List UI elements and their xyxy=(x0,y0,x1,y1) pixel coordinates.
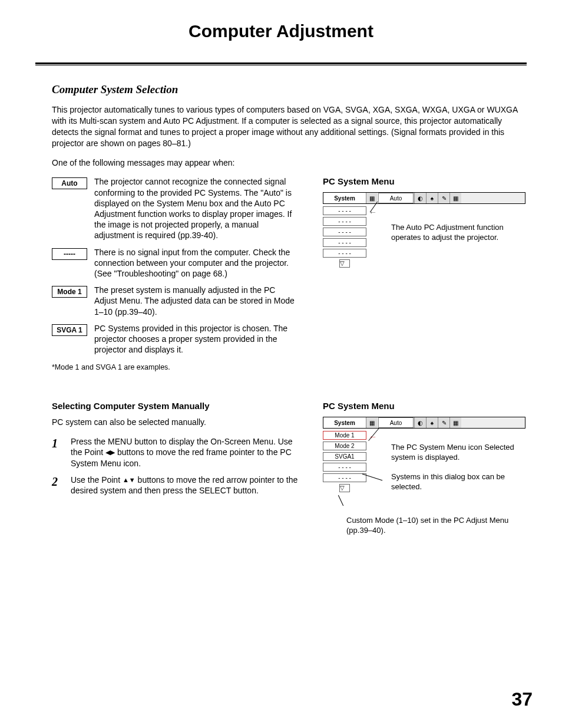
menu1-icon5: ▦ xyxy=(449,193,461,203)
messages-intro: One of the following messages may appear… xyxy=(52,157,525,169)
page-title: Computer Adjustment xyxy=(35,21,527,45)
rule-thin xyxy=(35,65,527,65)
menu1-icon4: ✎ xyxy=(438,193,449,203)
label-svga1: SVGA 1 xyxy=(52,324,87,336)
menu2-callout-1: The PC System Menu icon Selected system … xyxy=(391,443,525,463)
menu2-custom-note: Custom Mode (1–10) set in the PC Adjust … xyxy=(346,516,525,536)
menu2-icon2: ◐ xyxy=(414,417,426,428)
menu2-icon5: ▦ xyxy=(449,417,461,428)
menu2-item: - - - - xyxy=(323,463,366,472)
menu2-callout-2: Systems in this dialog box can be select… xyxy=(391,472,525,492)
section2-intro: PC system can also be selected manually. xyxy=(52,417,299,428)
menu1-icon2: ◐ xyxy=(414,193,426,203)
footnote: *Mode 1 and SVGA 1 are examples. xyxy=(52,363,299,371)
menu2-item: - - - - xyxy=(323,473,366,482)
menu2-icon3: ♠ xyxy=(426,417,438,428)
step-number-2: 2 xyxy=(52,476,64,496)
rule-bold xyxy=(35,62,527,64)
menu2-item-mode2: Mode 2 xyxy=(323,442,366,450)
menu2-item-svga1: SVGA1 xyxy=(323,452,366,461)
menu2-title: PC System Menu xyxy=(323,401,525,411)
menu1-item: - - - - xyxy=(323,217,366,226)
intro-paragraph: This projector automatically tunes to va… xyxy=(52,104,525,149)
step-text-1: Press the MENU button to display the On-… xyxy=(71,436,299,469)
menu1-auto-label: Auto xyxy=(378,193,414,203)
menu1-item: - - - - xyxy=(323,249,366,258)
label-auto: Auto xyxy=(52,177,87,189)
label-mode1: Mode 1 xyxy=(52,286,87,298)
section2-heading: Selecting Computer System Manually xyxy=(52,401,299,411)
text-svga1: PC Systems provided in this projector is… xyxy=(94,323,299,355)
arrow-up-down-icon: ▲▼ xyxy=(123,476,135,483)
menu2-icon4: ✎ xyxy=(438,417,449,428)
arrow-left-right-icon: ◀▶ xyxy=(105,449,115,456)
text-mode1: The preset system is manually adjusted i… xyxy=(94,285,299,317)
text-auto: The projector cannot recognize the conne… xyxy=(94,176,299,241)
menu1-icon3: ♠ xyxy=(426,193,438,203)
menu2-system-label: System xyxy=(323,417,366,428)
menu1-diagram: System ▦ Auto ◐ ♠ ✎ ▦ - - - - - - - - - … xyxy=(323,192,525,268)
menu1-item: - - - - xyxy=(323,238,366,247)
section-heading: Computer System Selection xyxy=(52,83,525,96)
page-number: 37 xyxy=(511,689,533,710)
pointer-arrow-red-icon: ← xyxy=(369,432,377,442)
menu2-icon1: ▦ xyxy=(366,417,378,428)
step-number-1: 1 xyxy=(52,437,64,469)
menu2-auto-label: Auto xyxy=(378,417,414,428)
menu2-diagram: System ▦ Auto ◐ ♠ ✎ ▦ Mode 1 Mode 2 SVGA… xyxy=(323,417,525,536)
menu1-title: PC System Menu xyxy=(323,176,525,186)
label-nosignal: ----- xyxy=(52,248,87,260)
menu1-item: - - - - xyxy=(323,228,366,236)
text-nosignal: There is no signal input from the comput… xyxy=(94,247,299,279)
down-arrow-icon: ▽ xyxy=(339,484,350,492)
menu1-system-label: System xyxy=(323,193,366,203)
menu1-item: - - - - xyxy=(323,206,366,215)
down-arrow-icon: ▽ xyxy=(339,259,350,268)
menu1-callout: The Auto PC Adjustment function operates… xyxy=(391,223,525,243)
step-text-2: Use the Point ▲▼ buttons to move the red… xyxy=(71,475,299,496)
menu2-item-mode1: Mode 1 xyxy=(323,431,366,440)
